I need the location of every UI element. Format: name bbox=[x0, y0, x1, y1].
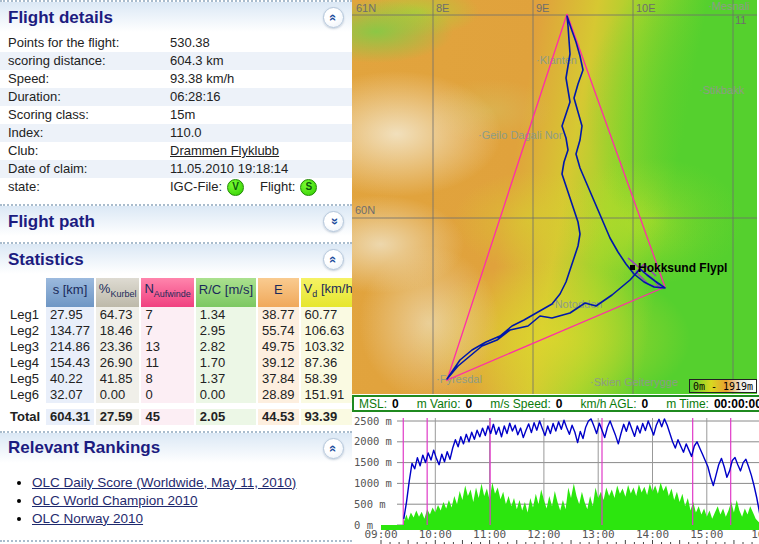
stats-cell: 1.37 bbox=[196, 371, 256, 387]
stats-column-header: E bbox=[258, 278, 299, 307]
ranking-link[interactable]: OLC Norway 2010 bbox=[32, 511, 143, 526]
stats-cell: 154.43 bbox=[46, 355, 94, 371]
flight-details-section: Flight details « Points for the flight:5… bbox=[0, 0, 352, 196]
telemetry-label: m Time: bbox=[666, 397, 709, 411]
stats-cell: 58.39 bbox=[301, 371, 360, 387]
detail-value: 110.0 bbox=[170, 124, 202, 142]
stats-cell: 39.12 bbox=[258, 355, 299, 371]
stats-column-header: %Kurbel bbox=[96, 278, 140, 307]
detail-label: Points for the flight: bbox=[8, 34, 170, 52]
ranking-link[interactable]: OLC Daily Score (Worldwide, May 11, 2010… bbox=[32, 475, 296, 490]
statistics-title: Statistics bbox=[8, 250, 84, 270]
stats-cell: 0.00 bbox=[196, 387, 256, 403]
stats-cell: 134.77 bbox=[46, 323, 94, 339]
detail-row: Duration:06:28:16 bbox=[0, 88, 352, 106]
x-axis-label: 13:00 bbox=[582, 528, 615, 541]
stats-cell: 49.75 bbox=[258, 339, 299, 355]
stats-cell: 103.32 bbox=[301, 339, 360, 355]
flight-details-header: Flight details « bbox=[0, 0, 352, 32]
telemetry-bar: MSL:0m Vario:0m/s Speed:0km/h AGL:0m Tim… bbox=[352, 395, 759, 412]
club-link[interactable]: Drammen Flyklubb bbox=[170, 143, 279, 158]
rankings-title: Relevant Rankings bbox=[8, 438, 160, 458]
detail-row: Scoring class:15m bbox=[0, 106, 352, 124]
left-panel: Flight details « Points for the flight:5… bbox=[0, 0, 352, 544]
detail-value: Drammen Flyklubb bbox=[170, 142, 279, 160]
stats-row: Total604.3127.59452.0544.5393.39 bbox=[8, 409, 359, 425]
stats-row: Leg2134.7718.4672.9555.74106.63 bbox=[8, 323, 359, 339]
stats-cell: 0 bbox=[141, 387, 193, 403]
rankings-list: OLC Daily Score (Worldwide, May 11, 2010… bbox=[14, 475, 352, 526]
section-divider bbox=[0, 540, 352, 544]
stats-cell: 0.00 bbox=[96, 387, 140, 403]
detail-row: Index:110.0 bbox=[0, 124, 352, 142]
telemetry-item: m Time:00:00:00 bbox=[666, 397, 759, 411]
terrain-map[interactable]: 8E9E10E1161N60N·Klanten·Stikbakk·Geilo D… bbox=[352, 0, 757, 394]
state-v-icon[interactable]: V bbox=[227, 179, 244, 196]
flight-path-expand-button[interactable]: « bbox=[323, 211, 344, 232]
statistics-header: Statistics « bbox=[0, 242, 352, 274]
airport-label: Hokksund Flypl bbox=[638, 261, 727, 275]
telemetry-value: 00:00:00 bbox=[714, 397, 759, 411]
stats-corner bbox=[8, 278, 44, 307]
right-panel: 8E9E10E1161N60N·Klanten·Stikbakk·Geilo D… bbox=[352, 0, 759, 544]
leg-name: Leg5 bbox=[8, 371, 44, 387]
telemetry-value: 0 bbox=[556, 397, 563, 411]
stats-row: Leg127.9564.7371.3438.7760.77 bbox=[8, 307, 359, 323]
detail-value: IGC-File:VFlight:S bbox=[170, 178, 317, 196]
detail-row: Club:Drammen Flyklubb bbox=[0, 142, 352, 160]
state-label: Flight: bbox=[260, 178, 295, 196]
y-axis-label: 1500 m bbox=[354, 456, 392, 468]
detail-row: scoring distance:604.3 km bbox=[0, 52, 352, 70]
leg-name: Leg2 bbox=[8, 323, 44, 339]
detail-value: 06:28:16 bbox=[170, 88, 221, 106]
place-label: ·Klanten bbox=[536, 54, 577, 66]
statistics-collapse-button[interactable]: « bbox=[323, 249, 344, 270]
stats-cell: 1.70 bbox=[196, 355, 256, 371]
stats-cell: 93.39 bbox=[301, 409, 360, 425]
statistics-section: Statistics « s [km]%KurbelNAufwindeR/C [… bbox=[0, 242, 352, 425]
rankings-section: Relevant Rankings « OLC Daily Score (Wor… bbox=[0, 431, 352, 544]
stats-cell: 44.53 bbox=[258, 409, 299, 425]
place-label: ·Geilo Dagali Nor bbox=[478, 129, 563, 141]
stats-cell: 55.74 bbox=[258, 323, 299, 339]
state-s-icon[interactable]: S bbox=[300, 179, 317, 196]
airport-dot-icon bbox=[630, 265, 635, 270]
stats-cell: 214.86 bbox=[46, 339, 94, 355]
stats-cell: 1.34 bbox=[196, 307, 256, 323]
elevation-scale: 0m - 1919m bbox=[689, 379, 757, 393]
flight-details-title: Flight details bbox=[8, 8, 113, 28]
stats-row: Leg632.070.0000.0028.89151.91 bbox=[8, 387, 359, 403]
stats-cell: 37.84 bbox=[258, 371, 299, 387]
y-axis-label: 1000 m bbox=[354, 477, 392, 489]
chevron-up-icon: « bbox=[327, 444, 340, 451]
chevron-down-icon: « bbox=[327, 218, 340, 225]
grid-label: 8E bbox=[436, 2, 449, 14]
ranking-link[interactable]: OLC World Champion 2010 bbox=[32, 493, 198, 508]
flight-details-collapse-button[interactable]: « bbox=[323, 7, 344, 28]
grid-label: 61N bbox=[356, 2, 376, 14]
detail-value: 93.38 km/h bbox=[170, 70, 234, 88]
stats-column-header: s [km] bbox=[46, 278, 94, 307]
x-axis-label: 14:00 bbox=[636, 528, 669, 541]
y-axis-label: 2000 m bbox=[354, 435, 392, 447]
leg-name: Leg4 bbox=[8, 355, 44, 371]
stats-cell: 151.91 bbox=[301, 387, 360, 403]
y-axis-label: 500 m bbox=[354, 498, 386, 510]
detail-value: 11.05.2010 19:18:14 bbox=[170, 160, 288, 178]
telemetry-label: m Vario: bbox=[417, 397, 461, 411]
rankings-collapse-button[interactable]: « bbox=[323, 438, 344, 459]
y-axis-label: 2500 m bbox=[354, 415, 392, 427]
barogram[interactable]: 0 m500 m1000 m1500 m2000 m2500 m09:0010:… bbox=[352, 412, 759, 544]
grid-label: 9E bbox=[536, 2, 549, 14]
stats-cell: 13 bbox=[141, 339, 193, 355]
stats-cell: 26.90 bbox=[96, 355, 140, 371]
detail-value: 604.3 km bbox=[170, 52, 223, 70]
stats-cell: 7 bbox=[141, 323, 193, 339]
stats-cell: 28.89 bbox=[258, 387, 299, 403]
stats-cell: 40.22 bbox=[46, 371, 94, 387]
telemetry-value: 0 bbox=[642, 397, 649, 411]
telemetry-item: MSL:0 bbox=[359, 397, 399, 411]
stats-row: Leg540.2241.8581.3737.8458.39 bbox=[8, 371, 359, 387]
stats-cell: 106.63 bbox=[301, 323, 360, 339]
stats-row: Leg4154.4326.90111.7039.1287.36 bbox=[8, 355, 359, 371]
